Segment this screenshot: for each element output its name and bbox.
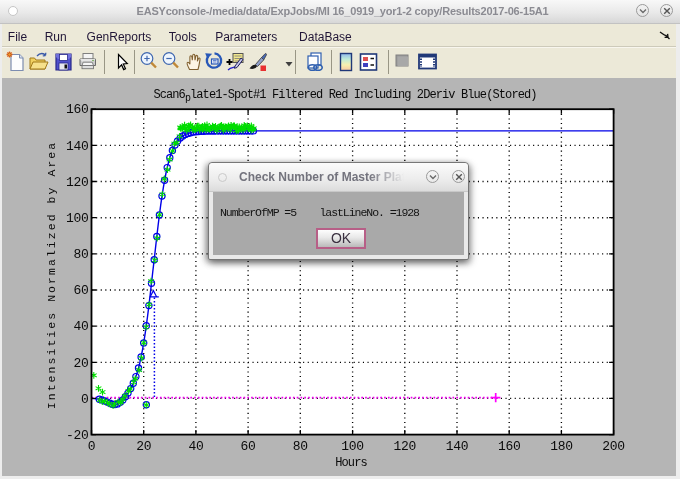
svg-text:160: 160 bbox=[498, 439, 521, 454]
svg-text:60: 60 bbox=[241, 439, 256, 454]
svg-text:20: 20 bbox=[136, 439, 151, 454]
svg-text:160: 160 bbox=[66, 102, 89, 117]
svg-text:140: 140 bbox=[66, 139, 89, 154]
svg-text:40: 40 bbox=[188, 439, 203, 454]
svg-text:20: 20 bbox=[73, 356, 88, 371]
svg-text:-20: -20 bbox=[66, 428, 89, 443]
svg-text:Hours: Hours bbox=[335, 456, 367, 470]
svg-text:40: 40 bbox=[73, 319, 88, 334]
svg-text:80: 80 bbox=[293, 439, 308, 454]
svg-text:0: 0 bbox=[88, 439, 96, 454]
svg-text:180: 180 bbox=[550, 439, 573, 454]
svg-text:0: 0 bbox=[81, 392, 89, 407]
svg-text:Scan6plate1-Spot#1 Filtered Re: Scan6plate1-Spot#1 Filtered Red Includin… bbox=[153, 88, 536, 104]
svg-text:200: 200 bbox=[602, 439, 625, 454]
svg-text:120: 120 bbox=[66, 175, 89, 190]
svg-text:100: 100 bbox=[66, 211, 89, 226]
svg-text:80: 80 bbox=[73, 247, 88, 262]
svg-text:120: 120 bbox=[394, 439, 417, 454]
svg-text:100: 100 bbox=[341, 439, 364, 454]
svg-text:60: 60 bbox=[73, 283, 88, 298]
svg-text:Intensities Normalized by Area: Intensities Normalized by Area bbox=[45, 141, 58, 410]
svg-text:140: 140 bbox=[446, 439, 469, 454]
